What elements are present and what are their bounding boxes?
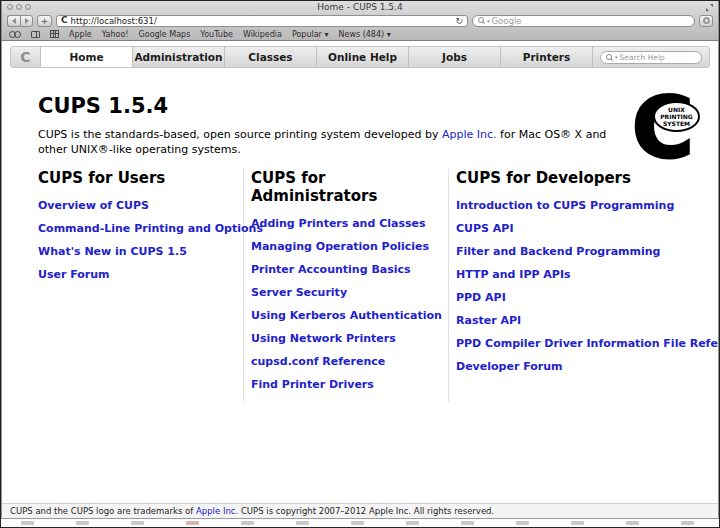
google-search-field[interactable]: ▾ Google bbox=[472, 15, 695, 27]
doc-link[interactable]: User Forum bbox=[38, 269, 233, 280]
cups-c-icon: C bbox=[20, 49, 30, 65]
logo-line-printing: PRINTING bbox=[660, 113, 693, 120]
dock-peek bbox=[1, 519, 719, 527]
title-bar: Home - CUPS 1.5.4 bbox=[2, 1, 718, 13]
unix-printing-system-logo: C UNIX PRINTING SYSTEM bbox=[632, 92, 698, 164]
bookmark-item[interactable]: Apple bbox=[69, 30, 92, 39]
fullscreen-icon[interactable] bbox=[706, 4, 713, 11]
toolbar-round-button[interactable] bbox=[699, 15, 713, 27]
doc-link[interactable]: PPD API bbox=[456, 292, 718, 303]
search-options-caret-icon[interactable]: ▾ bbox=[487, 18, 490, 24]
intro-before: CUPS is the standards-based, open source… bbox=[38, 128, 442, 141]
footer-apple-link[interactable]: Apple Inc. bbox=[196, 506, 238, 516]
reading-list-icon[interactable] bbox=[9, 31, 21, 37]
tab-home[interactable]: Home bbox=[41, 47, 133, 67]
doc-link[interactable]: Adding Printers and Classes bbox=[251, 218, 438, 229]
bookmark-item[interactable]: Google Maps bbox=[139, 30, 191, 39]
tab-jobs[interactable]: Jobs bbox=[409, 47, 501, 67]
doc-link[interactable]: Developer Forum bbox=[456, 361, 718, 372]
bookmark-item[interactable]: Wikipedia bbox=[243, 30, 282, 39]
tab-administration[interactable]: Administration bbox=[133, 47, 225, 67]
bookmark-item[interactable]: News (484) ▾ bbox=[338, 30, 390, 39]
help-search-area: ▾ Search Help bbox=[593, 47, 709, 67]
logo-line-unix: UNIX bbox=[668, 106, 685, 113]
history-nav bbox=[7, 15, 33, 27]
google-search-placeholder: Google bbox=[492, 16, 522, 26]
help-magnifier-icon bbox=[606, 54, 613, 61]
doc-link[interactable]: cupsd.conf Reference bbox=[251, 356, 438, 367]
reload-icon[interactable]: ↻ bbox=[455, 16, 463, 26]
bookmarks-bar: Apple Yahoo! Google Maps YouTube Wikiped… bbox=[2, 28, 718, 40]
logo-oval: UNIX PRINTING SYSTEM bbox=[653, 101, 700, 132]
bookmark-item[interactable]: Popular ▾ bbox=[292, 30, 329, 39]
column-administrators: CUPS for Administrators Adding Printers … bbox=[244, 169, 449, 402]
window-controls bbox=[7, 4, 31, 10]
apple-inc-link[interactable]: Apple Inc. bbox=[442, 128, 497, 141]
donut-icon bbox=[703, 17, 710, 24]
close-button[interactable] bbox=[7, 4, 13, 10]
bookmarks-book-icon[interactable] bbox=[31, 31, 40, 38]
help-search-field[interactable]: ▾ Search Help bbox=[600, 51, 702, 64]
cups-logo-button[interactable]: C bbox=[11, 47, 41, 67]
tab-online-help[interactable]: Online Help bbox=[317, 47, 409, 67]
intro-text: CUPS is the standards-based, open source… bbox=[38, 127, 613, 157]
site-favicon-icon: C bbox=[61, 16, 68, 25]
column-developers: CUPS for Developers Introduction to CUPS… bbox=[449, 169, 718, 402]
new-tab-button[interactable]: + bbox=[37, 15, 52, 27]
column-heading: CUPS for Users bbox=[38, 169, 233, 187]
top-sites-grid-icon[interactable] bbox=[50, 30, 59, 38]
link-columns: CUPS for Users Overview of CUPS Command-… bbox=[38, 169, 718, 402]
doc-link[interactable]: CUPS API bbox=[456, 223, 718, 234]
url-field[interactable]: C http://localhost:631/ ↻ bbox=[56, 15, 468, 27]
url-text: http://localhost:631/ bbox=[71, 16, 453, 26]
screenshot-frame: Home - CUPS 1.5.4 + C http://localhost:6… bbox=[0, 0, 720, 528]
logo-line-system: SYSTEM bbox=[663, 120, 690, 127]
forward-button[interactable] bbox=[20, 15, 33, 27]
page-content: CUPS 1.5.4 CUPS is the standards-based, … bbox=[2, 68, 718, 503]
tab-classes[interactable]: Classes bbox=[225, 47, 317, 67]
doc-link[interactable]: Introduction to CUPS Programming bbox=[456, 200, 718, 211]
browser-toolbar: + C http://localhost:631/ ↻ ▾ Google bbox=[2, 13, 718, 28]
doc-link[interactable]: HTTP and IPP APIs bbox=[456, 269, 718, 280]
doc-link[interactable]: PPD Compiler Driver Information File Ref… bbox=[456, 338, 718, 349]
window-title: Home - CUPS 1.5.4 bbox=[2, 1, 718, 14]
help-search-caret-icon[interactable]: ▾ bbox=[615, 54, 618, 60]
doc-link[interactable]: Command-Line Printing and Options bbox=[38, 223, 233, 234]
tab-printers[interactable]: Printers bbox=[501, 47, 593, 67]
doc-link[interactable]: Server Security bbox=[251, 287, 438, 298]
back-arrow-icon bbox=[12, 18, 16, 24]
page-footer: CUPS and the CUPS logo are trademarks of… bbox=[2, 503, 718, 518]
minimize-button[interactable] bbox=[16, 4, 22, 10]
magnifier-icon bbox=[478, 17, 485, 24]
help-search-placeholder: Search Help bbox=[620, 53, 665, 62]
doc-link[interactable]: Find Printer Drivers bbox=[251, 379, 438, 390]
column-users: CUPS for Users Overview of CUPS Command-… bbox=[38, 169, 244, 402]
doc-link[interactable]: What's New in CUPS 1.5 bbox=[38, 246, 233, 257]
column-heading: CUPS for Administrators bbox=[251, 169, 438, 205]
page-title: CUPS 1.5.4 bbox=[38, 94, 718, 118]
doc-link[interactable]: Managing Operation Policies bbox=[251, 241, 438, 252]
zoom-button[interactable] bbox=[25, 4, 31, 10]
cups-tab-bar: C Home Administration Classes Online Hel… bbox=[10, 46, 710, 68]
back-button[interactable] bbox=[7, 15, 20, 27]
browser-chrome: Home - CUPS 1.5.4 + C http://localhost:6… bbox=[2, 1, 718, 41]
doc-link[interactable]: Overview of CUPS bbox=[38, 200, 233, 211]
doc-link[interactable]: Filter and Backend Programming bbox=[456, 246, 718, 257]
doc-link[interactable]: Printer Accounting Basics bbox=[251, 264, 438, 275]
doc-link[interactable]: Using Kerberos Authentication bbox=[251, 310, 438, 321]
footer-after: CUPS is copyright 2007–2012 Apple Inc. A… bbox=[238, 506, 494, 516]
doc-link[interactable]: Using Network Printers bbox=[251, 333, 438, 344]
bookmark-item[interactable]: YouTube bbox=[200, 30, 233, 39]
bookmark-item[interactable]: Yahoo! bbox=[102, 30, 129, 39]
doc-link[interactable]: Raster API bbox=[456, 315, 718, 326]
footer-before: CUPS and the CUPS logo are trademarks of bbox=[10, 506, 196, 516]
browser-window: Home - CUPS 1.5.4 + C http://localhost:6… bbox=[1, 1, 719, 519]
forward-arrow-icon bbox=[25, 18, 29, 24]
